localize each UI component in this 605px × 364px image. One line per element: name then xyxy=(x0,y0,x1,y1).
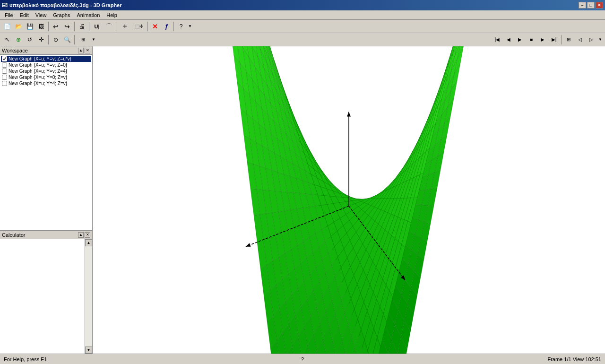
graph-label-1: New Graph {X=u; Y=v; Z=0} xyxy=(9,62,67,68)
help-dropdown[interactable]: ▼ xyxy=(187,21,193,32)
pan-button[interactable]: ✛ xyxy=(36,35,46,45)
calculator-collapse-button[interactable]: ▲ xyxy=(78,232,84,238)
func-button[interactable]: ƒ xyxy=(161,21,172,32)
cursor-button[interactable]: ↖ xyxy=(2,35,12,45)
frame-next-button[interactable]: ▷ xyxy=(586,35,596,45)
separator1 xyxy=(48,22,49,31)
separator8 xyxy=(74,35,75,44)
workspace-header: Workspace ▲ ✕ xyxy=(0,46,92,55)
graph-checkbox-4[interactable] xyxy=(2,81,7,86)
workspace-close-button[interactable]: ✕ xyxy=(85,48,90,53)
title-bar-left: 🗠 υπερβολικό παραβολοειδές.3dg - 3D Grap… xyxy=(2,2,122,9)
next-frame-button[interactable]: ▶ xyxy=(537,35,548,45)
insert-u-button[interactable]: U| xyxy=(91,21,103,32)
save-button[interactable]: 💾 xyxy=(25,21,35,32)
maximize-button[interactable]: □ xyxy=(587,2,595,9)
calculator-content: ▲ ▼ xyxy=(0,239,92,354)
separator6 xyxy=(173,22,174,31)
graph-checkbox-2[interactable] xyxy=(2,69,7,74)
toolbar-main: 📄 📂 💾 🖼 ↩ ↪ 🖨 U| ⌒ ✛ ⬚✛ ✕ ƒ ? ▼ xyxy=(0,20,605,33)
redo-button[interactable]: ↪ xyxy=(62,21,72,32)
insert-poly-button[interactable]: ⬚✛ xyxy=(132,21,146,32)
graph-label-0: New Graph {X=u; Y=v; Z=u*v} xyxy=(9,56,71,61)
graph-checkbox-3[interactable] xyxy=(2,75,7,80)
last-frame-button[interactable]: ▶| xyxy=(549,35,559,45)
title-bar: 🗠 υπερβολικό παραβολοειδές.3dg - 3D Grap… xyxy=(0,0,605,10)
toolbar-view: ↖ ⊕ ↺ ✛ ⊙ 🔍 ⊞ ▼ |◀ ◀ ▶ ■ ▶ ▶| ⊞ ◁ ▷ ▼ xyxy=(0,33,605,46)
zoom-fit-button[interactable]: ⊙ xyxy=(51,35,61,45)
insert-param-button[interactable]: ✛ xyxy=(118,21,131,32)
left-panel: Workspace ▲ ✕ New Graph {X=u; Y=v; Z=u*v… xyxy=(0,46,93,354)
new-object-button[interactable]: ⊕ xyxy=(13,35,24,45)
minimize-button[interactable]: − xyxy=(579,2,586,9)
status-bar: For Help, press F1 ? Frame 1/1 View 102:… xyxy=(0,354,605,364)
window-title: υπερβολικό παραβολοειδές.3dg - 3D Graphe… xyxy=(9,2,122,8)
scroll-down-button[interactable]: ▼ xyxy=(85,347,92,354)
separator3 xyxy=(89,22,89,31)
stop-button[interactable]: ✕ xyxy=(150,21,160,32)
status-mid-text: ? xyxy=(203,356,402,362)
calculator-scrollbar[interactable]: ▲ ▼ xyxy=(85,239,92,354)
frame-view-button[interactable]: ⊞ xyxy=(563,35,574,45)
workspace-collapse-button[interactable]: ▲ xyxy=(78,48,84,53)
separator5 xyxy=(147,22,148,31)
graph-item-2[interactable]: New Graph {X=u; Y=v; Z=4} xyxy=(1,68,91,74)
graph-item-1[interactable]: New Graph {X=u; Y=v; Z=0} xyxy=(1,62,91,68)
graph-label-4: New Graph {X=u; Y=4; Z=v} xyxy=(9,81,67,86)
rotate-button[interactable]: ↺ xyxy=(25,35,35,45)
open-button[interactable]: 📂 xyxy=(13,21,24,32)
scroll-up-button[interactable]: ▲ xyxy=(85,239,92,246)
workspace-header-controls[interactable]: ▲ ✕ xyxy=(78,48,90,53)
graph-item-4[interactable]: New Graph {X=u; Y=4; Z=v} xyxy=(1,80,91,87)
calc-header-controls[interactable]: ▲ ✕ xyxy=(78,232,90,238)
close-button[interactable]: ✕ xyxy=(596,2,603,9)
zoom-value-button[interactable]: ⊞ xyxy=(77,35,90,45)
calculator-panel: Calculator ▲ ✕ ▲ ▼ xyxy=(0,231,92,354)
graph-item-3[interactable]: New Graph {X=u; Y=0; Z=v} xyxy=(1,74,91,80)
stop-play-button[interactable]: ■ xyxy=(526,35,536,45)
view-area[interactable] xyxy=(93,46,605,354)
insert-shape-button[interactable]: ⌒ xyxy=(104,21,114,32)
graph-checkbox-0[interactable] xyxy=(2,56,7,61)
play-button[interactable]: ▶ xyxy=(515,35,525,45)
workspace-content: New Graph {X=u; Y=v; Z=u*v}New Graph {X=… xyxy=(0,55,92,230)
title-bar-controls[interactable]: − □ ✕ xyxy=(579,2,603,9)
prev-frame-button[interactable]: ◀ xyxy=(503,35,514,45)
app-icon: 🗠 xyxy=(2,2,8,9)
graph-item-0[interactable]: New Graph {X=u; Y=v; Z=u*v} xyxy=(1,56,91,62)
status-help-text: For Help, press F1 xyxy=(4,356,203,362)
menu-view[interactable]: View xyxy=(33,11,50,19)
menu-file[interactable]: File xyxy=(2,11,16,19)
first-frame-button[interactable]: |◀ xyxy=(492,35,502,45)
menu-edit[interactable]: Edit xyxy=(17,11,32,19)
help-button[interactable]: ? xyxy=(176,21,186,32)
separator4 xyxy=(116,22,116,31)
zoom-in-button[interactable]: 🔍 xyxy=(62,35,72,45)
scroll-track xyxy=(85,246,92,347)
menu-help[interactable]: Help xyxy=(104,11,120,19)
undo-button[interactable]: ↩ xyxy=(51,21,61,32)
separator7 xyxy=(48,35,49,44)
menu-animation[interactable]: Animation xyxy=(74,11,103,19)
separator9 xyxy=(561,35,562,44)
new-button[interactable]: 📄 xyxy=(2,21,12,32)
frame-prev-button[interactable]: ◁ xyxy=(575,35,585,45)
calculator-title: Calculator xyxy=(2,232,26,238)
calculator-input[interactable] xyxy=(0,239,85,354)
copy-window-button[interactable]: 🖼 xyxy=(36,21,46,32)
graph-canvas-element[interactable] xyxy=(93,46,605,354)
workspace-panel: Workspace ▲ ✕ New Graph {X=u; Y=v; Z=u*v… xyxy=(0,46,92,231)
separator2 xyxy=(74,22,75,31)
zoom-dropdown-button[interactable]: ▼ xyxy=(91,35,96,45)
print-button[interactable]: 🖨 xyxy=(77,21,87,32)
status-frame-info: Frame 1/1 View 102:51 xyxy=(402,356,601,362)
graph-checkbox-1[interactable] xyxy=(2,62,7,68)
graph-label-3: New Graph {X=u; Y=0; Z=v} xyxy=(9,75,67,80)
frame-dropdown-button[interactable]: ▼ xyxy=(597,35,603,45)
calculator-header: Calculator ▲ ✕ xyxy=(0,231,92,239)
menu-graphs[interactable]: Graphs xyxy=(50,11,73,19)
main-area: Workspace ▲ ✕ New Graph {X=u; Y=v; Z=u*v… xyxy=(0,46,605,354)
menu-bar: File Edit View Graphs Animation Help xyxy=(0,10,605,20)
graph-label-2: New Graph {X=u; Y=v; Z=4} xyxy=(9,69,67,74)
calculator-close-button[interactable]: ✕ xyxy=(85,232,90,238)
